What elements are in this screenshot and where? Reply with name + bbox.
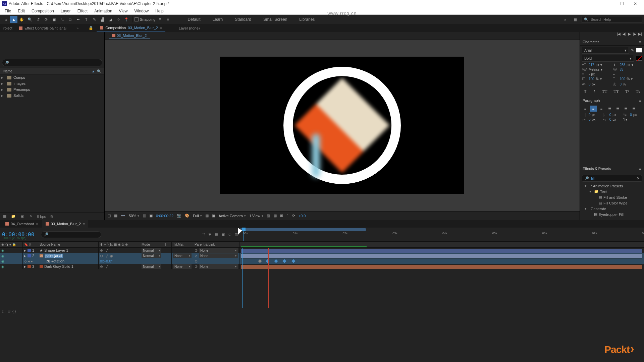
vf-ic5[interactable]: ⟳: [292, 214, 295, 218]
pen-tool[interactable]: ✒: [74, 16, 82, 23]
align-left-button[interactable]: ≡: [582, 106, 589, 112]
workspace-libraries[interactable]: Libraries: [297, 16, 317, 23]
zoom-dropdown[interactable]: 50%: [129, 214, 139, 218]
selection-tool[interactable]: ▲: [10, 16, 17, 23]
toggle-modes-icon[interactable]: ⊞: [7, 309, 10, 313]
vf-ic1[interactable]: ▧: [267, 214, 270, 218]
project-folder-comps[interactable]: ▸Comps: [0, 74, 104, 80]
motion-blur-icon[interactable]: ▣: [221, 232, 225, 237]
snap-opt-1-icon[interactable]: ⚲: [156, 16, 164, 23]
alpha-icon[interactable]: ◫: [107, 214, 111, 218]
superscript-button[interactable]: T¹: [626, 89, 630, 94]
leading-value[interactable]: 258: [620, 63, 626, 67]
menu-help[interactable]: Help: [152, 8, 167, 14]
workspace-learn[interactable]: Learn: [211, 16, 225, 23]
keyframe[interactable]: [266, 259, 269, 263]
eraser-tool[interactable]: ◢: [107, 16, 114, 23]
effects-presets-title[interactable]: Effects & Presets≡: [580, 165, 644, 172]
menu-effect[interactable]: Effect: [74, 8, 91, 14]
roi-icon[interactable]: ▣: [149, 214, 153, 218]
justify-center-button[interactable]: ≣: [614, 106, 621, 112]
workspace-small-screen[interactable]: Small Screen: [261, 16, 289, 23]
new-folder-icon[interactable]: 📁: [11, 214, 16, 219]
stroke-swatch[interactable]: [636, 56, 642, 61]
minimize-button[interactable]: —: [602, 0, 615, 7]
vscale-value[interactable]: 100: [589, 77, 594, 81]
timeline-search[interactable]: 🔎: [41, 231, 101, 238]
font-family-dropdown[interactable]: Arial▾: [582, 47, 629, 54]
workspace-more-icon[interactable]: »: [561, 16, 569, 23]
keyframe[interactable]: [258, 259, 262, 263]
vf-ic3[interactable]: ⊞: [280, 214, 283, 218]
hscale-value[interactable]: 100: [620, 77, 626, 81]
trash-icon[interactable]: 🗑: [49, 214, 55, 219]
menu-file[interactable]: File: [1, 8, 14, 14]
allcaps-button[interactable]: TT: [602, 89, 607, 94]
justify-all-button[interactable]: ≣: [630, 106, 637, 112]
time-ruler[interactable]: 00s01s02s03s04s05s06s07s08s: [240, 228, 644, 241]
justify-right-button[interactable]: ≣: [622, 106, 629, 112]
layer-row-2[interactable]: ◉▸ 2Ai paint jar.ai⊙ ╱ ◉NormalNone⊘ None: [0, 253, 644, 258]
vf-ic2[interactable]: ▦: [273, 214, 277, 218]
layer-tab[interactable]: Layer (none): [175, 24, 203, 32]
color-mgmt-icon[interactable]: 🎨: [185, 214, 190, 218]
new-comp-icon[interactable]: ▣: [19, 214, 25, 219]
shape-tool[interactable]: □: [66, 16, 74, 23]
brainstorm-icon[interactable]: ▥: [234, 232, 238, 237]
help-search[interactable]: 🔍 Search Help: [582, 16, 642, 23]
effects-search[interactable]: 🔎fill ✕: [582, 175, 642, 182]
last-frame-icon[interactable]: ▶|: [638, 32, 642, 38]
bold-button[interactable]: T: [584, 89, 587, 94]
home-icon[interactable]: ⌂: [2, 16, 9, 23]
adjust-icon[interactable]: ✎: [28, 214, 34, 219]
comp-mini-icon[interactable]: ⬚: [202, 232, 205, 237]
project-col-name[interactable]: Name: [3, 69, 12, 73]
font-size-value[interactable]: 217: [589, 63, 594, 67]
clone-tool[interactable]: ▟: [99, 16, 106, 23]
work-area-bar[interactable]: [240, 228, 366, 231]
baseline-value[interactable]: 0: [589, 82, 591, 86]
snapshot-icon[interactable]: 📷: [177, 214, 181, 218]
orbit-tool[interactable]: ↺: [34, 16, 42, 23]
graph-editor-icon[interactable]: ⬭: [228, 232, 231, 237]
rotate-tool[interactable]: ⟳: [42, 16, 50, 23]
col-mode[interactable]: Mode: [140, 242, 163, 247]
clear-search-icon[interactable]: ✕: [637, 176, 640, 181]
search-col-icon[interactable]: 🔍: [97, 69, 101, 73]
res-auto-icon[interactable]: ▥: [143, 214, 146, 218]
snapping-toggle[interactable]: Snapping: [135, 17, 156, 21]
effect-controls-tab[interactable]: Effect Controls paint jar.ai: [16, 24, 70, 32]
3d-view-icon[interactable]: ▣: [212, 214, 215, 218]
lock-icon[interactable]: 🔒: [85, 24, 97, 32]
preset-fill-color-wipe[interactable]: ▤Fill Color Wipe: [582, 200, 642, 206]
roto-tool[interactable]: ✧: [115, 16, 122, 23]
tracking-value[interactable]: 83: [620, 68, 624, 71]
comp-flow-tab[interactable]: 03_Motion_Blur_2: [109, 33, 150, 39]
keyframe[interactable]: [282, 259, 286, 263]
vf-ic4[interactable]: ∴: [286, 214, 289, 218]
type-tool[interactable]: T: [83, 16, 90, 23]
preview-timecode[interactable]: 0:00:00:22: [156, 214, 173, 218]
menu-view[interactable]: View: [116, 8, 131, 14]
channel-icon[interactable]: ▦: [114, 214, 117, 218]
preset-fill-and-stroke[interactable]: ▤Fill and Stroke: [582, 194, 642, 200]
interpret-icon[interactable]: ▦: [2, 214, 7, 219]
composition-tab[interactable]: Composition 03_Motion_Blur_2 ≡: [97, 24, 165, 32]
snap-opt-2-icon[interactable]: ⌗: [164, 16, 172, 23]
next-frame-icon[interactable]: |▶: [633, 32, 637, 38]
smallcaps-button[interactable]: Tᴛ: [614, 89, 619, 94]
views-dropdown[interactable]: 1 View: [249, 214, 263, 218]
sort-icon[interactable]: ▲: [92, 69, 95, 73]
panel-overflow-icon[interactable]: »: [73, 24, 82, 32]
space-after[interactable]: 0: [609, 118, 611, 121]
camera-tool[interactable]: ▣: [50, 16, 58, 23]
preset-generate[interactable]: ▾Generate: [582, 206, 642, 212]
project-folder-images[interactable]: ▸Images: [0, 80, 104, 86]
puppet-tool[interactable]: 📍: [123, 16, 130, 23]
col-source-name[interactable]: Source Name: [38, 242, 99, 247]
menu-edit[interactable]: Edit: [14, 8, 28, 14]
layer-row-1[interactable]: ◉▸ 1★ Shape Layer 1⊙ ╱Normal⊘ None: [0, 248, 644, 253]
italic-button[interactable]: T: [593, 89, 596, 94]
character-panel-title[interactable]: Character≡: [580, 38, 644, 46]
brackets-icon[interactable]: { }: [12, 309, 16, 313]
